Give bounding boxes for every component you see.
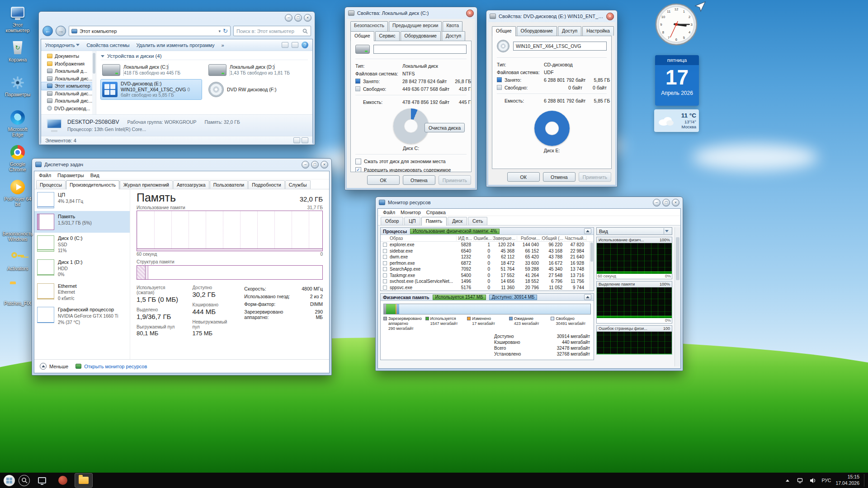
collapse-section-button[interactable] — [584, 294, 591, 300]
show-desktop-button[interactable] — [864, 474, 866, 486]
collapse-section-button[interactable] — [584, 228, 591, 234]
tab-previous-versions[interactable]: Предыдущие версии — [389, 21, 442, 32]
drive-c-item[interactable]: Локальный диск (C:) 418 ГБ свободно из 4… — [101, 63, 202, 77]
volume-tray-button[interactable] — [809, 477, 817, 484]
window-scrollbar[interactable] — [675, 227, 680, 366]
close-button[interactable]: × — [606, 13, 614, 20]
maximize-button[interactable]: □ — [311, 161, 319, 169]
sidebar-item-dvd-drive[interactable]: DVD-дисковод... — [41, 105, 96, 113]
sidebar-item-local-disk[interactable]: Локальный д... — [41, 67, 96, 75]
process-row[interactable]: SearchApp.exe7092051 76459 28845 34013 7… — [381, 266, 594, 272]
menu-monitor[interactable]: Монитор — [398, 210, 423, 215]
tab-processes[interactable]: Процессы — [36, 180, 66, 189]
tab-disk[interactable]: Диск — [448, 217, 467, 225]
organize-menu-button[interactable]: Упорядочить — [45, 42, 80, 48]
menu-options[interactable]: Параметры — [55, 173, 87, 178]
help-icon[interactable]: ? — [302, 42, 308, 48]
change-view-icon[interactable] — [282, 42, 288, 48]
sidebar-item-memory[interactable]: Память1,5/31,7 ГБ (5%) — [34, 211, 130, 233]
tab-general[interactable]: Общие — [350, 31, 374, 41]
resource-monitor-titlebar[interactable]: Монитор ресурсов – □ × — [376, 197, 683, 208]
desktop-icon-settings[interactable]: Параметры — [2, 75, 33, 110]
tab-app-history[interactable]: Журнал приложений — [120, 180, 173, 189]
sidebar-item-cpu[interactable]: ЦП4% 3,84 ГГц — [34, 189, 130, 211]
list-view-icon[interactable] — [293, 137, 300, 143]
sidebar-item-gpu[interactable]: Графический процессорNVIDIA GeForce GTX … — [34, 304, 130, 328]
desktop-icon-chrome[interactable]: Google Chrome — [2, 145, 33, 179]
minimize-button[interactable]: – — [653, 199, 660, 206]
tab-memory[interactable]: Память — [421, 217, 447, 225]
close-button[interactable]: × — [304, 14, 311, 22]
sidebar-item-local-disk[interactable]: Локальный дис... — [41, 90, 96, 98]
menu-file[interactable]: Файл — [381, 210, 397, 215]
checkbox[interactable] — [383, 249, 387, 253]
close-button[interactable]: × — [672, 199, 679, 206]
fewer-details-button[interactable]: Меньше — [40, 363, 68, 370]
ok-button[interactable]: ОК — [507, 172, 540, 182]
volume-label-input[interactable]: WIN10_ENT_X64_LTSC_OVG — [513, 42, 607, 51]
sidebar-item-disk-0[interactable]: Диск 0 (C:)SSD11% — [34, 233, 130, 257]
apply-button[interactable]: Применить — [439, 175, 471, 185]
dialog-titlebar[interactable]: Свойства: Локальный диск (C:) × — [345, 7, 477, 19]
drive-e-item-selected[interactable]: DVD-дисковод (E:) WIN10_ENT_X64_LTSC_OVG… — [101, 80, 202, 99]
checkbox[interactable] — [383, 279, 387, 283]
ok-button[interactable]: ОК — [367, 175, 400, 185]
apply-button[interactable]: Применить — [579, 172, 611, 182]
tab-security[interactable]: Безопасность — [350, 21, 388, 32]
search-input[interactable]: Поиск в: Этот компьютер — [233, 26, 311, 36]
system-properties-button[interactable]: Свойства системы — [86, 42, 129, 48]
tab-hardware[interactable]: Оборудование — [517, 26, 557, 36]
minimize-button[interactable]: – — [285, 14, 292, 22]
sidebar-item-local-disk[interactable]: Локальный дис... — [41, 97, 96, 105]
sidebar-item-this-pc[interactable]: Этот компьютер — [41, 82, 96, 90]
uninstall-program-button[interactable]: Удалить или изменить программу — [136, 42, 214, 48]
close-button[interactable]: × — [466, 9, 474, 17]
details-pane-icon[interactable] — [292, 42, 298, 48]
tab-performance[interactable]: Производительность — [66, 180, 119, 189]
taskbar-clock[interactable]: 15:15 17.04.2026 — [835, 474, 859, 486]
sidebar-item-ethernet[interactable]: EthernetEthernet0 кбит/с — [34, 281, 130, 305]
process-row[interactable]: sidebar.exe6540045 36866 15243 16822 984 — [381, 248, 594, 254]
minimize-button[interactable]: – — [302, 161, 309, 169]
start-button[interactable] — [4, 475, 15, 486]
refresh-icon[interactable]: ↻ — [223, 28, 228, 34]
compress-disk-checkbox-row[interactable]: Сжать этот диск для экономии места — [354, 157, 468, 166]
tab-customize[interactable]: Настройка — [582, 26, 614, 36]
tab-services[interactable]: Службы — [285, 180, 311, 189]
tab-users[interactable]: Пользователи — [210, 180, 248, 189]
tab-overview[interactable]: Обзор — [381, 217, 403, 225]
process-row[interactable]: perfmon.exe6872018 47233 60016 67216 928 — [381, 260, 594, 267]
process-row[interactable]: svchost.exe (LocalServiceNet...1496014 6… — [381, 278, 594, 285]
menu-view[interactable]: Вид — [88, 173, 102, 178]
toolbar-overflow-button[interactable]: » — [221, 42, 224, 48]
cancel-button[interactable]: Отмена — [403, 175, 435, 185]
maximize-button[interactable]: □ — [294, 14, 302, 22]
sidebar-item-disk-1[interactable]: Диск 1 (D:)HDD0% — [34, 257, 130, 281]
network-tray-button[interactable] — [796, 477, 804, 484]
process-table-scrollbar[interactable] — [590, 242, 594, 291]
tab-network[interactable]: Сеть — [468, 217, 487, 225]
view-dropdown[interactable]: Вид — [596, 227, 672, 235]
sidebar-scrollbar[interactable] — [92, 51, 96, 114]
menu-file[interactable]: Файл — [36, 173, 54, 178]
back-button[interactable]: ← — [42, 26, 53, 36]
forward-button[interactable]: → — [56, 26, 66, 36]
process-row[interactable]: Taskmgr.exe5400017 55241 26427 54813 716 — [381, 272, 594, 279]
tab-quota[interactable]: Квота — [443, 21, 462, 32]
checkbox-unchecked[interactable] — [355, 159, 361, 164]
dialog-titlebar[interactable]: Свойства: DVD-дисковод (E:) WIN10_ENT_X6… — [486, 10, 617, 22]
thumbnail-view-icon[interactable] — [302, 137, 308, 143]
tab-general[interactable]: Общие — [492, 26, 516, 36]
disk-cleanup-button[interactable]: Очистка диска — [425, 123, 465, 132]
taskbar-search-button[interactable] — [19, 475, 30, 486]
checkbox[interactable] — [383, 255, 387, 259]
tab-startup[interactable]: Автозагрузка — [173, 180, 209, 189]
language-indicator[interactable]: РУС — [821, 478, 831, 483]
index-contents-checkbox-row[interactable]: ✓ Разрешить индексировать содержимое фай… — [354, 166, 468, 172]
explorer-titlebar[interactable]: – □ × — [39, 12, 315, 23]
tray-expand-button[interactable] — [783, 479, 792, 482]
sidebar-item-pictures[interactable]: Изображения — [41, 60, 96, 68]
checkbox[interactable] — [383, 243, 387, 247]
taskbar-app-monitor[interactable] — [33, 474, 51, 487]
process-row[interactable]: explorer.exe58281120 224144 04096 22047 … — [381, 242, 594, 248]
